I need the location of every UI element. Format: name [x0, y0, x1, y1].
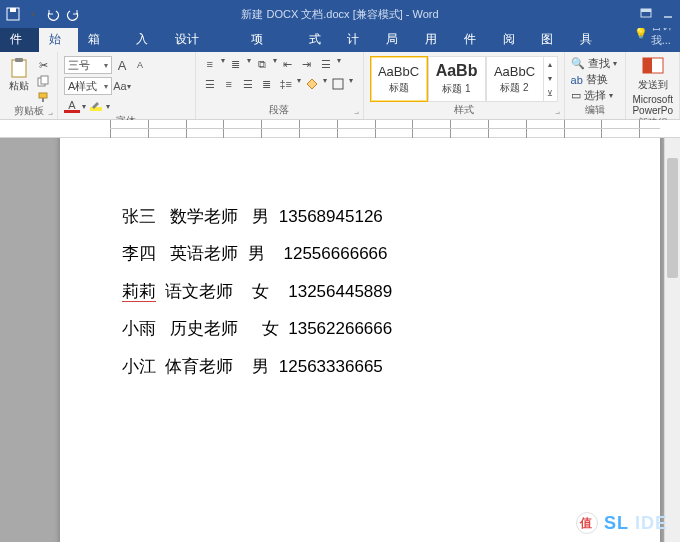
text-line[interactable]: 小雨 历史老师 女 13562266666 — [122, 310, 660, 347]
select-icon: ▭ — [571, 89, 581, 102]
copy-icon[interactable] — [35, 74, 51, 88]
increase-indent-icon[interactable]: ⇥ — [299, 56, 315, 72]
ribbon: 粘贴 ✂ 剪贴板 三号▾ A A A样式▾ Aa▾ — [0, 52, 680, 120]
svg-rect-12 — [333, 79, 343, 89]
cut-icon[interactable]: ✂ — [35, 58, 51, 72]
group-label-clipboard: 剪贴板 — [6, 104, 51, 120]
font-size-combo[interactable]: 三号▾ — [64, 56, 112, 74]
decrease-indent-icon[interactable]: ⇤ — [280, 56, 296, 72]
watermark: 值 SLIDE — [576, 512, 668, 534]
svg-rect-11 — [90, 107, 102, 111]
window-title: 新建 DOCX 文档.docx [兼容模式] - Word — [241, 7, 438, 22]
change-case-icon[interactable]: Aa▾ — [114, 78, 130, 94]
find-button[interactable]: 🔍查找▾ — [571, 56, 617, 71]
grow-font-icon[interactable]: A — [114, 57, 130, 73]
ruler[interactable] — [0, 120, 680, 138]
svg-rect-1 — [10, 8, 16, 12]
svg-rect-14 — [643, 58, 652, 73]
bullets-icon[interactable]: ≡ — [202, 56, 218, 72]
replace-icon: ab — [571, 74, 583, 86]
group-paragraph: ≡▾ ≣▾ ⧉▾ ⇤ ⇥ ☰▾ ☰ ≡ ☰ ≣ ‡≡▾ ▾ ▾ 段落 — [196, 52, 364, 119]
borders-icon[interactable] — [330, 76, 346, 92]
svg-rect-5 — [12, 60, 26, 77]
format-painter-icon[interactable] — [35, 90, 51, 104]
group-label-editing: 编辑 — [571, 103, 620, 119]
quick-access-toolbar: ▾ — [0, 7, 86, 21]
text-line[interactable]: 莉莉 语文老师 女 13256445889 — [122, 273, 660, 310]
multilevel-icon[interactable]: ⧉ — [254, 56, 270, 72]
watermark-icon: 值 — [576, 512, 598, 534]
shading-icon[interactable] — [304, 76, 320, 92]
save-icon[interactable] — [6, 7, 20, 21]
style-heading1[interactable]: AaBb标题 1 — [428, 56, 486, 102]
font-color-icon[interactable]: A — [64, 99, 80, 113]
style-title[interactable]: AaBbC标题 — [370, 56, 428, 102]
search-icon: 🔍 — [571, 57, 585, 70]
redo-icon[interactable] — [66, 7, 80, 21]
text-line[interactable]: 李四 英语老师 男 12556666666 — [122, 235, 660, 272]
paste-button[interactable]: 粘贴 — [6, 56, 31, 94]
group-newgroup: 发送到 Microsoft PowerPo 新建组 — [626, 52, 680, 119]
highlight-icon[interactable] — [88, 98, 104, 114]
highlight-more-icon[interactable]: ▾ — [106, 102, 110, 111]
group-font: 三号▾ A A A样式▾ Aa▾ A ▾ ▾ 字体 — [58, 52, 196, 119]
ribbon-options-icon[interactable] — [640, 8, 652, 20]
undo-icon[interactable] — [46, 7, 60, 21]
asian-layout-icon[interactable]: ☰ — [318, 56, 334, 72]
svg-rect-10 — [42, 98, 44, 102]
align-left-icon[interactable]: ☰ — [202, 76, 218, 92]
justify-icon[interactable]: ≣ — [259, 76, 275, 92]
title-bar: ▾ 新建 DOCX 文档.docx [兼容模式] - Word — [0, 0, 680, 28]
numbering-icon[interactable]: ≣ — [228, 56, 244, 72]
select-button[interactable]: ▭选择▾ — [571, 88, 617, 103]
minimize-icon[interactable] — [662, 8, 674, 20]
page[interactable]: 张三 数学老师 男 13568945126李四 英语老师 男 125566666… — [60, 138, 660, 542]
send-to-powerpoint-button[interactable]: 发送到 Microsoft PowerPo — [632, 56, 673, 116]
font-style-combo[interactable]: A样式▾ — [64, 77, 112, 95]
scrollbar-thumb[interactable] — [667, 158, 678, 278]
document-content[interactable]: 张三 数学老师 男 13568945126李四 英语老师 男 125566666… — [60, 138, 660, 385]
document-area: 张三 数学老师 男 13568945126李四 英语老师 男 125566666… — [0, 138, 680, 542]
text-line[interactable]: 小江 体育老师 男 12563336665 — [122, 348, 660, 385]
group-label-styles: 样式 — [370, 103, 558, 119]
svg-rect-6 — [15, 58, 23, 62]
styles-more[interactable]: ▴▾⊻ — [544, 56, 558, 102]
group-editing: 🔍查找▾ ab替换 ▭选择▾ 编辑 — [565, 52, 627, 119]
shrink-font-icon[interactable]: A — [132, 57, 148, 73]
qat-more-icon[interactable]: ▾ — [26, 7, 40, 21]
group-styles: AaBbC标题 AaBb标题 1 AaBbC标题 2 ▴▾⊻ 样式 — [364, 52, 565, 119]
line-spacing-icon[interactable]: ‡≡ — [278, 76, 294, 92]
window-controls — [640, 8, 674, 20]
clipboard-icon — [9, 57, 29, 79]
align-center-icon[interactable]: ≡ — [221, 76, 237, 92]
align-right-icon[interactable]: ☰ — [240, 76, 256, 92]
vertical-scrollbar[interactable] — [664, 138, 680, 542]
bulb-icon: 💡 — [634, 27, 648, 40]
style-heading2[interactable]: AaBbC标题 2 — [486, 56, 544, 102]
powerpoint-icon — [642, 56, 664, 76]
text-line[interactable]: 张三 数学老师 男 13568945126 — [122, 198, 660, 235]
group-label-paragraph: 段落 — [202, 103, 357, 119]
svg-rect-9 — [39, 93, 47, 98]
ribbon-tabs: 文件 开始 工具箱 插入 图标数据设计 布局选项 格式 设计 布局 引用 邮件 … — [0, 28, 680, 52]
svg-rect-3 — [641, 9, 651, 12]
group-clipboard: 粘贴 ✂ 剪贴板 — [0, 52, 58, 119]
replace-button[interactable]: ab替换 — [571, 72, 617, 87]
font-color-more-icon[interactable]: ▾ — [82, 102, 86, 111]
svg-rect-8 — [41, 76, 48, 84]
